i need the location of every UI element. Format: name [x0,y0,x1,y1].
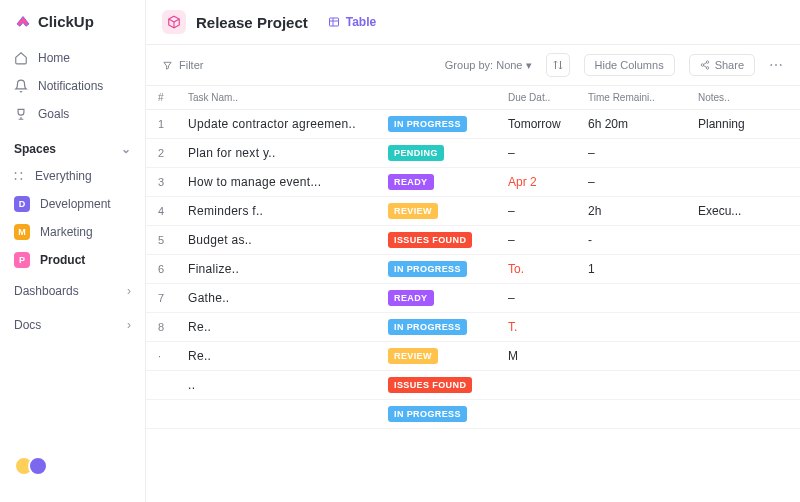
status-cell[interactable]: READY [388,174,508,190]
time-remaining[interactable]: - [588,233,698,247]
table-row[interactable]: 3 How to manage event... READY Apr 2 – [146,168,800,197]
sidebar-item-everything[interactable]: ∷ Everything [0,162,145,190]
table-row[interactable]: 5 Budget as.. ISSUES FOUND – - [146,226,800,255]
topbar: Release Project Table [146,0,800,45]
time-remaining[interactable]: – [588,146,698,160]
table-row[interactable]: .. ISSUES FOUND [146,371,800,400]
due-date[interactable]: Apr 2 [508,175,588,189]
row-index: 8 [158,321,188,333]
due-date[interactable]: – [508,291,588,305]
due-date[interactable]: T. [508,320,588,334]
due-date[interactable]: – [508,204,588,218]
time-remaining[interactable]: 1 [588,262,698,276]
logo-text: ClickUp [38,13,94,30]
task-name[interactable]: Finalize.. [188,262,388,276]
task-name[interactable]: Gathe.. [188,291,388,305]
notes[interactable]: Execu... [698,204,788,218]
bell-icon [14,79,28,93]
status-cell[interactable]: IN PROGRESS [388,116,508,132]
project-icon[interactable] [162,10,186,34]
avatar [28,456,48,476]
task-name[interactable]: .. [188,378,388,392]
view-label: Table [346,15,376,29]
status-cell[interactable]: REVIEW [388,348,508,364]
sort-icon [552,59,564,71]
table-header: # Task Nam.. Due Dat.. Time Remaini.. No… [146,86,800,110]
status-cell[interactable]: REVIEW [388,203,508,219]
status-cell[interactable]: IN PROGRESS [388,406,508,422]
status-cell[interactable]: PENDING [388,145,508,161]
task-name[interactable]: Re.. [188,320,388,334]
task-name[interactable]: Update contractor agreemen.. [188,117,388,131]
status-cell[interactable]: ISSUES FOUND [388,377,508,393]
due-date[interactable]: – [508,233,588,247]
time-remaining[interactable]: 2h [588,204,698,218]
table-row[interactable]: 6 Finalize.. IN PROGRESS To. 1 [146,255,800,284]
table-row[interactable]: · Re.. REVIEW M [146,342,800,371]
row-index: 7 [158,292,188,304]
table-row[interactable]: 2 Plan for next y.. PENDING – – [146,139,800,168]
avatar-group[interactable] [0,442,145,490]
row-index: 2 [158,147,188,159]
share-button[interactable]: Share [689,54,755,76]
due-date[interactable]: Tomorrow [508,117,588,131]
col-remaining[interactable]: Time Remaini.. [588,92,698,103]
status-badge: ISSUES FOUND [388,232,472,248]
table-row[interactable]: 7 Gathe.. READY – [146,284,800,313]
due-date[interactable]: – [508,146,588,160]
table-row[interactable]: 8 Re.. IN PROGRESS T. [146,313,800,342]
logo[interactable]: ClickUp [0,12,145,44]
table-row[interactable]: 4 Reminders f.. REVIEW – 2h Execu... [146,197,800,226]
col-notes[interactable]: Notes.. [698,92,788,103]
sidebar-item-development[interactable]: DDevelopment [0,190,145,218]
nav-label: Goals [38,107,69,121]
groupby-select[interactable]: Group by: None ▾ [445,59,532,72]
col-due[interactable]: Due Dat.. [508,92,588,103]
table-row[interactable]: 1 Update contractor agreemen.. IN PROGRE… [146,110,800,139]
hide-columns-button[interactable]: Hide Columns [584,54,675,76]
sidebar-docs[interactable]: Docs › [0,308,145,342]
space-label: Development [40,197,111,211]
row-index: 3 [158,176,188,188]
chevron-down-icon: ▾ [526,59,532,71]
task-name[interactable]: Plan for next y.. [188,146,388,160]
sidebar-dashboards[interactable]: Dashboards › [0,274,145,308]
notes[interactable]: Planning [698,117,788,131]
nav-label: Notifications [38,79,103,93]
time-remaining[interactable]: – [588,175,698,189]
filter-button[interactable]: Filter [162,59,203,71]
sidebar-item-product[interactable]: PProduct [0,246,145,274]
status-cell[interactable]: IN PROGRESS [388,261,508,277]
sort-button[interactable] [546,53,570,77]
trophy-icon [14,107,28,121]
due-date[interactable]: M [508,349,588,363]
task-name[interactable]: Reminders f.. [188,204,388,218]
status-cell[interactable]: ISSUES FOUND [388,232,508,248]
col-idx[interactable]: # [158,92,188,103]
due-date[interactable]: To. [508,262,588,276]
view-table-button[interactable]: Table [328,15,376,29]
nav-home[interactable]: Home [0,44,145,72]
more-button[interactable]: ⋯ [769,57,784,73]
nav-notifications[interactable]: Notifications [0,72,145,100]
status-badge: IN PROGRESS [388,116,467,132]
row-index: · [158,350,188,362]
spaces-label: Spaces [14,142,56,156]
time-remaining[interactable]: 6h 20m [588,117,698,131]
table: # Task Nam.. Due Dat.. Time Remaini.. No… [146,86,800,502]
space-badge-icon: M [14,224,30,240]
nav-goals[interactable]: Goals [0,100,145,128]
task-name[interactable]: Budget as.. [188,233,388,247]
status-cell[interactable]: IN PROGRESS [388,319,508,335]
task-name[interactable]: How to manage event... [188,175,388,189]
status-cell[interactable]: READY [388,290,508,306]
table-row[interactable]: IN PROGRESS [146,400,800,429]
sidebar-item-marketing[interactable]: MMarketing [0,218,145,246]
svg-rect-0 [329,18,338,26]
spaces-header[interactable]: Spaces ⌄ [0,128,145,162]
task-name[interactable]: Re.. [188,349,388,363]
status-badge: ISSUES FOUND [388,377,472,393]
col-name[interactable]: Task Nam.. [188,92,388,103]
sidebar: ClickUp Home Notifications Goals Spaces … [0,0,146,502]
project-title: Release Project [196,14,308,31]
